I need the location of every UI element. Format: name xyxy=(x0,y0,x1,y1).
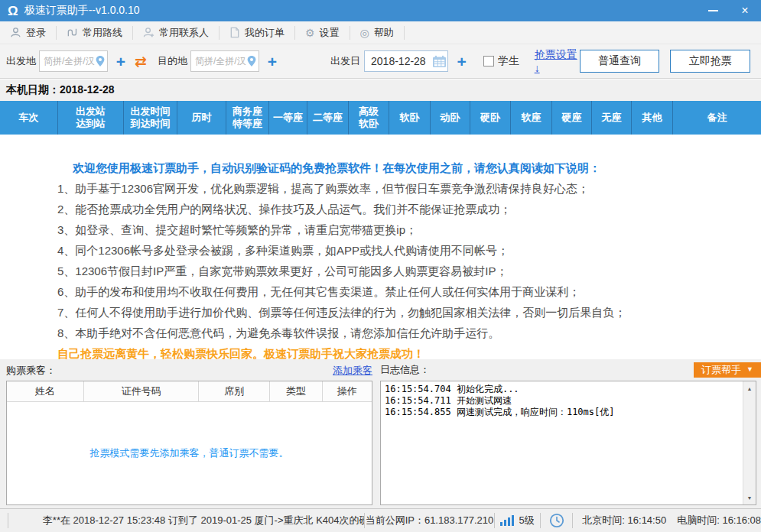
log-scrollbar[interactable]: ▲ ▼ xyxy=(743,381,756,504)
add-date-button[interactable]: + xyxy=(457,54,466,70)
toolbar-orders[interactable]: 我的订单 xyxy=(220,21,294,44)
titlebar: Ω 极速订票助手--v1.0.0.10 × xyxy=(0,0,761,21)
passenger-table: 姓名 证件号码 席别 类型 操作 抢票模式需要先添加乘客，普通订票不需要。 xyxy=(6,381,372,505)
notice-slogan: 自己抢票远离黄牛，轻松购票快乐回家。极速订票助手祝大家抢票成功！ xyxy=(0,343,761,359)
col-first-class: 一等座 xyxy=(269,101,307,135)
to-label: 目的地 xyxy=(158,54,187,68)
order-document-icon xyxy=(229,27,240,38)
to-station-input[interactable] xyxy=(190,50,259,72)
grab-settings-link[interactable]: 抢票设置↓ xyxy=(535,48,580,74)
col-no-seat: 无座 xyxy=(592,101,632,135)
log-entry: 16:15:54.855 网速测试完成，响应时间：110ms[优] xyxy=(385,407,739,418)
scroll-up-icon[interactable]: ▲ xyxy=(743,382,756,394)
col-other: 其他 xyxy=(632,101,673,135)
toolbar-help[interactable]: ◎ 帮助 xyxy=(350,21,404,44)
depart-date-input[interactable] xyxy=(364,50,448,72)
toolbar-contacts-label: 常用联系人 xyxy=(159,26,209,40)
app-logo-icon: Ω xyxy=(8,5,18,18)
minimize-icon xyxy=(708,10,718,11)
col-premium-soft-sleeper: 高级 软卧 xyxy=(349,101,389,135)
network-level-label: 5级 xyxy=(519,514,534,527)
passenger-col-name: 姓名 xyxy=(7,381,84,401)
clock-icon xyxy=(541,513,572,528)
user-add-icon xyxy=(143,27,154,38)
minimize-button[interactable] xyxy=(697,0,729,21)
col-hard-seat: 硬座 xyxy=(552,101,592,135)
add-to-station-button[interactable]: + xyxy=(268,54,277,70)
passenger-col-action: 操作 xyxy=(323,381,372,401)
notice-item: 4、同个12306帐号多处登录会被踢，多种渠道购票，如APP或找人代购请使用不同… xyxy=(0,240,761,261)
log-entry: 16:15:54.711 开始测试网速 xyxy=(385,395,739,407)
col-soft-sleeper: 软卧 xyxy=(389,101,431,135)
student-option[interactable]: 学生 xyxy=(483,54,519,68)
swap-stations-icon[interactable]: ⇄ xyxy=(135,54,147,69)
toolbar-routes[interactable]: 常用路线 xyxy=(57,21,132,44)
col-train-no: 车次 xyxy=(0,101,58,135)
col-second-class: 二等座 xyxy=(307,101,349,135)
toolbar-settings-label: 设置 xyxy=(320,26,340,40)
col-emu-sleeper: 动卧 xyxy=(431,101,470,135)
passenger-col-type: 类型 xyxy=(270,381,323,401)
passenger-table-header: 姓名 证件号码 席别 类型 操作 xyxy=(7,381,372,402)
notice-title: 欢迎您使用极速订票助手，自动识别验证码的免费抢票软件！在每次使用之前，请您认真阅… xyxy=(0,157,761,178)
student-checkbox[interactable] xyxy=(483,56,494,66)
from-station-field[interactable] xyxy=(40,56,95,66)
notice-item: 7、任何人不得使用助手进行加价代购、倒票等任何违反法律的行为，勿触犯国家相关法律… xyxy=(0,302,761,323)
passenger-panel-title: 购票乘客： xyxy=(6,364,56,378)
from-label: 出发地 xyxy=(6,54,36,68)
success-ticker: 李**在 2018-12-27 15:23:48 订到了 2019-01-25 … xyxy=(8,514,364,527)
add-passenger-link[interactable]: 添加乘客 xyxy=(333,364,372,378)
log-panel-title: 日志信息： xyxy=(380,363,430,377)
scroll-down-icon[interactable]: ▼ xyxy=(743,491,756,504)
col-stations: 出发站 达到站 xyxy=(58,101,124,135)
grab-now-button[interactable]: 立即抢票 xyxy=(670,50,750,73)
col-duration: 历时 xyxy=(177,101,226,135)
log-entry: 16:15:54.704 初始化完成... xyxy=(385,384,739,395)
log-output: 16:15:54.704 初始化完成... 16:15:54.711 开始测试网… xyxy=(380,381,756,505)
add-from-station-button[interactable]: + xyxy=(116,54,125,70)
public-ip-label: 当前公网IP：61.183.177.210 xyxy=(365,514,494,527)
to-station-field[interactable] xyxy=(191,56,246,66)
booking-helper-button[interactable]: 订票帮手 ▼ xyxy=(694,362,761,378)
notice-item: 1、助手基于12306官网开发，优化购票逻辑，提高了购票效率，但节假日车票竞争激… xyxy=(0,178,761,199)
location-pin-icon xyxy=(246,55,257,67)
user-icon xyxy=(10,27,21,38)
toolbar-routes-label: 常用路线 xyxy=(83,26,122,40)
col-business-seat: 商务座 特等座 xyxy=(226,101,269,135)
search-bar: 出发地 + ⇄ 目的地 + 出发日 + 学生 抢票设置↓ xyxy=(0,44,761,79)
notice-item: 8、本助手绝对不含任何恶意代码，为避免杀毒软件误报，请您添加信任允许助手运行。 xyxy=(0,323,761,343)
route-icon xyxy=(67,27,78,38)
depart-date-field[interactable] xyxy=(365,55,432,67)
passenger-col-seat: 席别 xyxy=(199,381,270,401)
status-bar: 李**在 2018-12-27 15:23:48 订到了 2019-01-25 … xyxy=(0,508,761,532)
toolbar-login[interactable]: 登录 xyxy=(0,21,56,44)
notice-item: 6、助手的发布和使用均不收取任何费用，无任何其它售卖渠道。禁止任何人或任何实体用… xyxy=(0,281,761,302)
col-soft-seat: 软座 xyxy=(511,101,552,135)
notice-panel: 欢迎您使用极速订票助手，自动识别验证码的免费抢票软件！在每次使用之前，请您认真阅… xyxy=(0,135,761,359)
col-times: 出发时间 到达时间 xyxy=(124,101,177,135)
booking-helper-label: 订票帮手 xyxy=(701,363,741,377)
location-pin-icon xyxy=(95,55,106,67)
result-table-header: 车次 出发站 达到站 出发时间 到达时间 历时 商务座 特等座 一等座 二等座 … xyxy=(0,101,761,135)
gear-icon: ⚙ xyxy=(305,28,315,38)
passenger-col-id: 证件号码 xyxy=(84,381,199,401)
notice-item: 5、12306节假日封IP严重，自家宽带购票效果更好，公司可能因多人购票更容易被… xyxy=(0,261,761,281)
notice-item: 2、能否抢票成功全凭用户的网络状况、操作技巧及人品运气。我们并不能保证抢票成功； xyxy=(0,199,761,219)
time-labels: 北京时间: 16:14:50 电脑时间: 16:16:08 xyxy=(573,514,761,527)
toolbar-settings[interactable]: ⚙ 设置 xyxy=(295,21,350,44)
calendar-icon[interactable] xyxy=(432,55,447,68)
col-remarks: 备注 xyxy=(673,101,761,135)
student-label: 学生 xyxy=(498,54,519,68)
log-lines: 16:15:54.704 初始化完成... 16:15:54.711 开始测试网… xyxy=(381,381,743,504)
normal-query-button[interactable]: 普通查询 xyxy=(580,50,660,73)
toolbar-contacts[interactable]: 常用联系人 xyxy=(133,21,219,44)
help-icon: ◎ xyxy=(360,28,369,38)
beijing-time-label: 北京时间: 16:14:50 xyxy=(582,514,666,527)
col-hard-sleeper: 硬卧 xyxy=(470,101,511,135)
close-button[interactable]: × xyxy=(729,0,761,21)
chevron-down-icon: ▼ xyxy=(746,366,753,373)
toolbar-help-label: 帮助 xyxy=(374,26,394,40)
signal-bars-icon xyxy=(500,515,514,526)
from-station-input[interactable] xyxy=(39,50,108,72)
toolbar-separator xyxy=(404,26,405,40)
